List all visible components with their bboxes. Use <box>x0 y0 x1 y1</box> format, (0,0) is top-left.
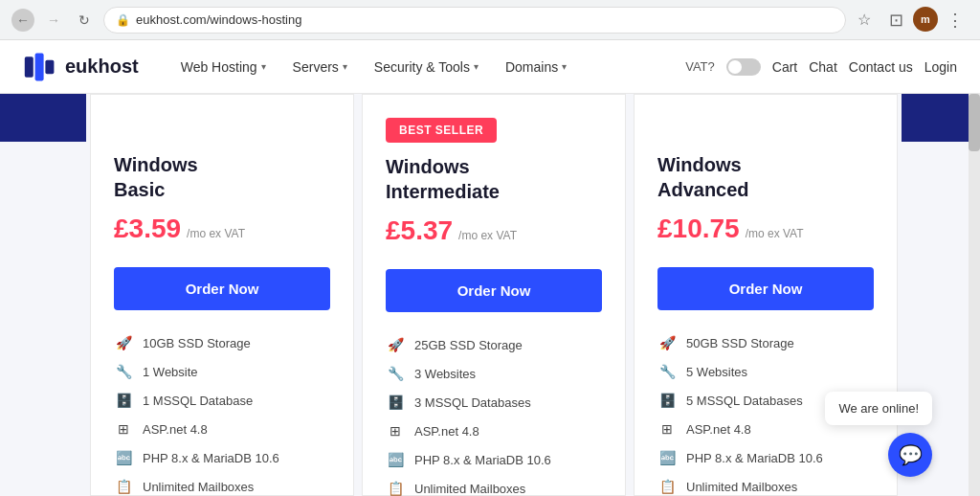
cards-wrapper: WindowsBasic £3.59 /mo ex VAT Order Now … <box>0 94 980 496</box>
feature-list-intermediate: 🚀 25GB SSD Storage 🔧 3 Websites 🗄️ 3 MSS… <box>386 335 602 496</box>
price-amount-basic: £3.59 <box>114 214 181 244</box>
back-button[interactable]: ← <box>11 9 34 32</box>
feature-text: 1 Website <box>143 365 198 379</box>
nav-security-label: Security & Tools <box>374 59 470 75</box>
nav-domains-chevron: ▾ <box>562 61 567 72</box>
pricing-cards-container: WindowsBasic £3.59 /mo ex VAT Order Now … <box>86 94 902 496</box>
scrollbar-thumb[interactable] <box>969 94 980 151</box>
feature-item: 🔧 5 Websites <box>657 362 874 381</box>
feature-item: 🗄️ 3 MSSQL Databases <box>386 393 602 412</box>
chat-widget: We are online! 💬 <box>825 392 932 477</box>
nav-right: VAT? Cart Chat Contact us Login <box>685 58 957 76</box>
nav-servers[interactable]: Servers ▾ <box>281 52 359 82</box>
scrollbar[interactable] <box>969 94 980 496</box>
navbar: eukhost Web Hosting ▾ Servers ▾ Security… <box>0 40 980 94</box>
chat-link[interactable]: Chat <box>809 59 837 75</box>
lock-icon: 🔒 <box>116 13 130 27</box>
nav-domains-label: Domains <box>505 59 558 75</box>
website-icon: 🔧 <box>114 362 133 381</box>
feature-text: Unlimited Mailboxes <box>414 482 525 496</box>
contact-link[interactable]: Contact us <box>849 59 913 75</box>
login-link[interactable]: Login <box>924 59 957 75</box>
feature-text: 5 Websites <box>686 365 747 379</box>
main-content: WindowsBasic £3.59 /mo ex VAT Order Now … <box>0 94 980 496</box>
forward-button[interactable]: → <box>42 9 65 32</box>
mailbox-icon: 📋 <box>114 477 133 496</box>
storage-icon: 🚀 <box>386 335 405 354</box>
mailbox-icon: 📋 <box>657 477 677 496</box>
feature-text: Unlimited Mailboxes <box>143 480 254 494</box>
feature-item: 📋 Unlimited Mailboxes <box>657 477 874 496</box>
svg-rect-0 <box>25 56 33 78</box>
feature-text: ASP.net 4.8 <box>686 422 751 437</box>
price-row-intermediate: £5.37 /mo ex VAT <box>386 215 602 246</box>
feature-item: 🔧 3 Websites <box>386 364 602 383</box>
plan-name-basic: WindowsBasic <box>114 152 330 202</box>
url-text: eukhost.com/windows-hosting <box>136 12 301 27</box>
price-period-advanced: /mo ex VAT <box>746 227 804 240</box>
feature-item: 🔤 PHP 8.x & MariaDB 10.6 <box>386 450 602 469</box>
logo[interactable]: eukhost <box>23 50 139 84</box>
feature-text: 1 MSSQL Database <box>143 394 253 408</box>
feature-text: ASP.net 4.8 <box>414 424 479 439</box>
feature-item: 🚀 25GB SSD Storage <box>386 335 602 354</box>
browser-chrome: ← → ↻ 🔒 eukhost.com/windows-hosting ☆ ⊡ … <box>0 0 980 40</box>
order-btn-intermediate[interactable]: Order Now <box>386 269 602 312</box>
feature-list-basic: 🚀 10GB SSD Storage 🔧 1 Website 🗄️ 1 MSSQ… <box>114 333 330 496</box>
nav-web-hosting-chevron: ▾ <box>261 61 266 72</box>
card-top-spacer <box>657 118 874 152</box>
address-bar[interactable]: 🔒 eukhost.com/windows-hosting <box>103 7 846 34</box>
plan-name-advanced: WindowsAdvanced <box>657 152 874 202</box>
bookmark-button[interactable]: ☆ <box>858 11 871 29</box>
aspnet-icon: ⊞ <box>114 419 133 439</box>
feature-text: 25GB SSD Storage <box>414 338 523 352</box>
price-period-intermediate: /mo ex VAT <box>458 229 517 242</box>
feature-text: 3 MSSQL Databases <box>414 395 531 410</box>
feature-text: 10GB SSD Storage <box>143 336 251 350</box>
feature-text: 50GB SSD Storage <box>686 336 794 350</box>
php-icon: 🔤 <box>657 448 677 467</box>
vat-toggle[interactable] <box>726 58 761 76</box>
chat-icon: 💬 <box>899 443 923 466</box>
nav-security-tools[interactable]: Security & Tools ▾ <box>363 52 490 82</box>
feature-item: ⊞ ASP.net 4.8 <box>386 421 602 440</box>
cart-link[interactable]: Cart <box>772 59 797 75</box>
plan-card-intermediate: BEST SELLER WindowsIntermediate £5.37 /m… <box>362 94 626 496</box>
feature-text: 5 MSSQL Databases <box>686 394 803 408</box>
feature-text: PHP 8.x & MariaDB 10.6 <box>414 453 551 467</box>
refresh-button[interactable]: ↻ <box>73 9 96 32</box>
more-menu-button[interactable]: ⋮ <box>942 7 969 34</box>
extensions-button[interactable]: ⊡ <box>882 7 909 34</box>
edge-left-block <box>0 94 86 142</box>
nav-servers-label: Servers <box>293 59 339 75</box>
nav-servers-chevron: ▾ <box>343 61 347 72</box>
price-row-advanced: £10.75 /mo ex VAT <box>657 214 874 244</box>
website-icon: 🔧 <box>657 362 677 381</box>
feature-text: ASP.net 4.8 <box>143 422 208 437</box>
edge-right-block <box>902 94 969 142</box>
plan-name-intermediate: WindowsIntermediate <box>386 154 602 204</box>
aspnet-icon: ⊞ <box>657 419 677 439</box>
aspnet-icon: ⊞ <box>386 421 405 440</box>
best-seller-badge: BEST SELLER <box>386 118 497 143</box>
vat-toggle-dot <box>728 60 742 74</box>
order-btn-advanced[interactable]: Order Now <box>657 267 874 310</box>
feature-item: 🔤 PHP 8.x & MariaDB 10.6 <box>114 448 330 467</box>
profile-button[interactable]: m <box>913 7 938 32</box>
chat-button[interactable]: 💬 <box>888 433 932 477</box>
browser-menu-buttons: ⊡ m ⋮ <box>882 7 969 34</box>
nav-web-hosting[interactable]: Web Hosting ▾ <box>169 52 278 82</box>
database-icon: 🗄️ <box>386 393 405 412</box>
nav-domains[interactable]: Domains ▾ <box>494 52 578 82</box>
order-btn-basic[interactable]: Order Now <box>114 267 330 310</box>
feature-item: 📋 Unlimited Mailboxes <box>386 479 602 496</box>
storage-icon: 🚀 <box>114 333 133 352</box>
feature-text: Unlimited Mailboxes <box>686 480 797 494</box>
website-icon: 🔧 <box>386 364 405 383</box>
nav-security-chevron: ▾ <box>474 61 479 72</box>
price-row-basic: £3.59 /mo ex VAT <box>114 214 330 244</box>
svg-rect-1 <box>35 53 44 80</box>
feature-text: 3 Websites <box>414 367 476 381</box>
edge-left <box>0 94 86 496</box>
nav-web-hosting-label: Web Hosting <box>181 59 257 75</box>
